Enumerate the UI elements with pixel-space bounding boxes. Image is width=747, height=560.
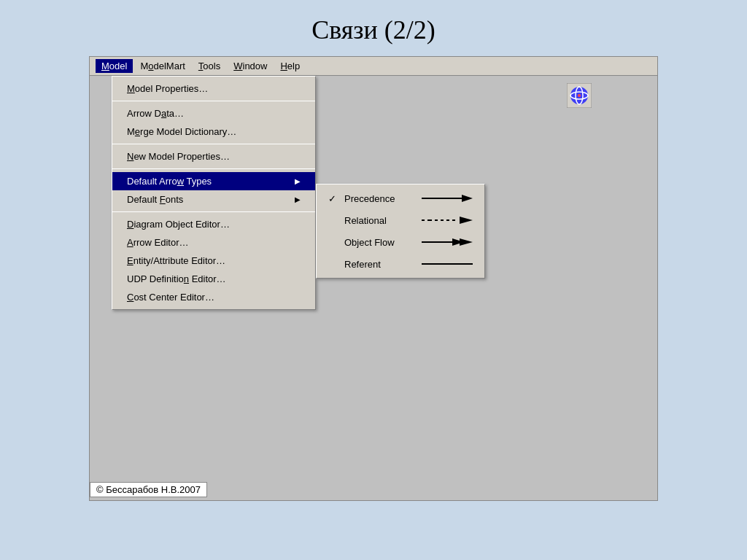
- arrow-types-submenu: ✓ Precedence Relational: [316, 184, 485, 279]
- menubar-item-model[interactable]: Model: [96, 59, 133, 73]
- menubar-item-help[interactable]: Help: [274, 59, 306, 73]
- submenu-item-object-flow[interactable]: Object Flow: [317, 231, 484, 253]
- submenu-label-precedence: Precedence: [344, 193, 410, 204]
- screenshot-area: Model ModelMart Tools Window Help: [89, 56, 658, 501]
- svg-marker-9: [460, 217, 473, 224]
- menubar-item-tools[interactable]: Tools: [193, 59, 226, 73]
- submenu-item-precedence[interactable]: ✓ Precedence: [317, 187, 484, 209]
- menu-separator-1: [112, 101, 315, 101]
- dropdown-area: Model Properties… Arrow Data… Merge Mode…: [112, 76, 485, 310]
- menubar-item-modelmart[interactable]: ModelMart: [134, 59, 190, 73]
- submenu-label-object-flow: Object Flow: [344, 237, 410, 248]
- svg-marker-6: [462, 195, 473, 202]
- arrow-relational: [422, 214, 473, 227]
- menubar: Model ModelMart Tools Window Help: [90, 57, 657, 76]
- page-title: Связи (2/2): [0, 0, 747, 56]
- submenu-arrow-icon: ▶: [295, 177, 301, 185]
- svg-marker-12: [460, 238, 473, 246]
- submenu-label-referent: Referent: [344, 259, 410, 270]
- menubar-item-window[interactable]: Window: [228, 59, 273, 73]
- arrow-referent: [422, 257, 473, 271]
- menu-item-cost-center-editor[interactable]: Cost Center Editor…: [112, 288, 315, 306]
- menu-item-arrow-data[interactable]: Arrow Data…: [112, 104, 315, 122]
- menu-item-default-fonts[interactable]: Default Fonts ▶: [112, 190, 315, 209]
- menu-item-new-model-props[interactable]: New Model Properties…: [112, 147, 315, 166]
- app-icon: [567, 83, 592, 108]
- arrow-precedence: [422, 192, 473, 205]
- arrow-object-flow: [422, 236, 473, 249]
- menu-separator-3: [112, 168, 315, 169]
- submenu-label-relational: Relational: [344, 215, 410, 226]
- copyright-label: © Бессарабов Н.В.2007: [90, 482, 207, 497]
- menu-item-model-properties[interactable]: Model Properties…: [112, 79, 315, 98]
- menu-separator-2: [112, 144, 315, 144]
- svg-point-4: [578, 94, 581, 97]
- checkmark-precedence: ✓: [328, 193, 338, 204]
- main-dropdown-menu: Model Properties… Arrow Data… Merge Mode…: [112, 76, 316, 310]
- menu-item-arrow-editor[interactable]: Arrow Editor…: [112, 233, 315, 252]
- menu-item-entity-attr-editor[interactable]: Entity/Attribute Editor…: [112, 252, 315, 270]
- submenu-arrow-icon-2: ▶: [295, 195, 301, 203]
- menu-item-diagram-object-editor[interactable]: Diagram Object Editor…: [112, 215, 315, 233]
- menu-item-default-arrow-types[interactable]: Default Arrow Types ▶: [112, 172, 315, 190]
- menu-item-merge-model-dict[interactable]: Merge Model Dictionary…: [112, 122, 315, 141]
- menu-separator-4: [112, 211, 315, 212]
- submenu-item-referent[interactable]: Referent: [317, 253, 484, 275]
- menu-item-udp-def-editor[interactable]: UDP Definition Editor…: [112, 270, 315, 288]
- submenu-item-relational[interactable]: Relational: [317, 209, 484, 231]
